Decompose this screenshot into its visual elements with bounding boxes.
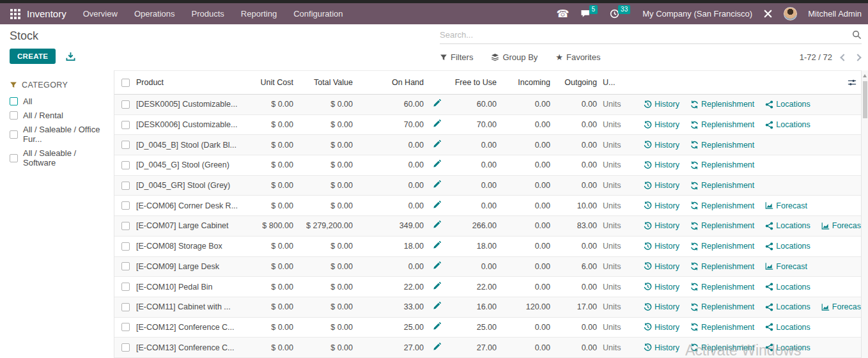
row-action-locations[interactable]: Locations [765, 283, 810, 292]
top-menu-item[interactable]: Reporting [241, 9, 277, 19]
product-name[interactable]: [DESK0005] Customizable... [136, 100, 241, 109]
pager-next-icon[interactable] [854, 54, 861, 61]
edit-quantity-icon[interactable] [433, 322, 441, 331]
product-name[interactable]: [E-COM06] Corner Desk R... [136, 201, 241, 210]
row-action-history[interactable]: History [644, 323, 679, 332]
row-action-locations[interactable]: Locations [765, 120, 810, 129]
messages-icon[interactable]: 5 [580, 9, 600, 19]
table-row[interactable]: [D_0045_G] Stool (Green) $ 0.00 $ 0.00 0… [114, 155, 861, 176]
filters-button[interactable]: Filters [440, 52, 473, 62]
product-name[interactable]: [E-COM11] Cabinet with ... [136, 302, 241, 311]
row-action-history[interactable]: History [644, 201, 679, 210]
row-action-history[interactable]: History [644, 141, 679, 150]
create-button[interactable]: CREATE [10, 49, 56, 64]
pager-previous-icon[interactable] [840, 54, 847, 61]
product-name[interactable]: [E-COM09] Large Desk [136, 262, 241, 271]
row-checkbox[interactable] [121, 262, 130, 270]
category-checkbox[interactable] [10, 154, 18, 162]
column-header-on-hand[interactable]: On Hand [353, 78, 424, 87]
row-action-forecast[interactable]: Forecast [821, 302, 861, 311]
top-menu-item[interactable]: Configuration [293, 9, 343, 19]
optional-columns-icon[interactable] [848, 78, 856, 89]
activities-icon[interactable]: 33 [610, 9, 632, 19]
row-checkbox[interactable] [121, 222, 130, 230]
table-row[interactable]: [D_0045_GR] Stool (Grey) $ 0.00 $ 0.00 0… [114, 176, 861, 196]
column-header-product[interactable]: Product [136, 78, 241, 87]
table-row[interactable]: [E-COM09] Large Desk $ 0.00 $ 0.00 0.00 … [114, 257, 861, 277]
table-row[interactable]: [D_0045_B] Stool (Dark Bl... $ 0.00 $ 0.… [114, 135, 861, 155]
column-header-unit-cost[interactable]: Unit Cost [241, 78, 293, 87]
row-action-forecast[interactable]: Forecast [765, 262, 807, 271]
category-filter-item[interactable]: All [10, 97, 110, 106]
row-action-history[interactable]: History [644, 302, 679, 311]
export-download-icon[interactable] [66, 52, 75, 61]
row-checkbox[interactable] [121, 242, 130, 251]
edit-quantity-icon[interactable] [433, 180, 441, 189]
row-action-locations[interactable]: Locations [765, 302, 810, 311]
top-menu-item[interactable]: Operations [134, 9, 175, 19]
row-action-replenishment[interactable]: Replenishment [690, 100, 754, 109]
row-action-locations[interactable]: Locations [765, 100, 810, 109]
category-filter-item[interactable]: All / Saleable / Software [10, 148, 110, 167]
row-action-history[interactable]: History [644, 242, 679, 251]
product-name[interactable]: [E-COM07] Large Cabinet [136, 221, 241, 230]
row-action-locations[interactable]: Locations [765, 221, 810, 230]
row-action-replenishment[interactable]: Replenishment [690, 283, 754, 292]
table-row[interactable]: [E-COM11] Cabinet with ... $ 0.00 $ 0.00… [114, 297, 861, 318]
row-action-replenishment[interactable]: Replenishment [690, 221, 754, 230]
table-row[interactable]: [DESK0005] Customizable... $ 0.00 $ 0.00… [114, 95, 861, 115]
column-header-outgoing[interactable]: Outgoing [550, 78, 597, 87]
row-action-history[interactable]: History [644, 181, 679, 190]
row-action-locations[interactable]: Locations [765, 242, 810, 251]
column-header-total-value[interactable]: Total Value [293, 78, 353, 87]
category-checkbox[interactable] [10, 97, 18, 105]
search-icon[interactable] [852, 30, 862, 40]
row-action-replenishment[interactable]: Replenishment [690, 141, 754, 150]
row-action-history[interactable]: History [644, 221, 679, 230]
row-action-history[interactable]: History [644, 120, 679, 129]
row-action-replenishment[interactable]: Replenishment [690, 302, 754, 311]
row-action-replenishment[interactable]: Replenishment [690, 160, 754, 169]
edit-quantity-icon[interactable] [433, 282, 441, 290]
product-name[interactable]: [E-COM10] Pedal Bin [136, 283, 241, 292]
edit-quantity-icon[interactable] [433, 221, 441, 229]
table-row[interactable]: [E-COM08] Storage Box $ 0.00 $ 0.00 18.0… [114, 237, 861, 257]
voip-phone-icon[interactable]: ☎ [557, 9, 570, 19]
product-name[interactable]: [D_0045_GR] Stool (Grey) [136, 181, 241, 190]
row-action-replenishment[interactable]: Replenishment [690, 242, 754, 251]
category-checkbox[interactable] [10, 111, 18, 120]
apps-grid-icon[interactable] [10, 9, 20, 19]
row-checkbox[interactable] [121, 323, 130, 331]
category-filter-item[interactable]: All / Rental [10, 111, 110, 120]
search-input[interactable] [440, 30, 852, 40]
edit-quantity-icon[interactable] [433, 160, 441, 168]
user-avatar[interactable] [784, 7, 797, 20]
column-header-uom[interactable]: U... [597, 78, 634, 87]
row-action-history[interactable]: History [644, 262, 679, 271]
category-checkbox[interactable] [10, 130, 18, 139]
row-checkbox[interactable] [121, 121, 130, 129]
product-name[interactable]: [D_0045_B] Stool (Dark Bl... [136, 141, 241, 150]
app-name-menu[interactable]: Inventory [27, 8, 66, 19]
select-all-checkbox[interactable] [121, 79, 130, 87]
row-action-replenishment[interactable]: Replenishment [690, 262, 754, 271]
column-header-free-to-use[interactable]: Free to Use [449, 78, 497, 87]
pager-range[interactable]: 1-72 / 72 [800, 52, 832, 62]
row-action-replenishment[interactable]: Replenishment [690, 201, 754, 210]
scrollbar-thumb[interactable] [863, 81, 867, 118]
row-action-history[interactable]: History [644, 100, 679, 109]
row-action-locations[interactable]: Locations [765, 343, 810, 352]
scroll-up-icon[interactable] [863, 74, 867, 77]
user-menu[interactable]: Mitchell Admin [808, 9, 862, 19]
edit-quantity-icon[interactable] [433, 120, 441, 128]
edit-quantity-icon[interactable] [433, 302, 441, 310]
edit-quantity-icon[interactable] [433, 343, 441, 351]
row-action-history[interactable]: History [644, 160, 679, 169]
row-checkbox[interactable] [121, 100, 130, 109]
row-action-locations[interactable]: Locations [765, 323, 810, 332]
row-action-history[interactable]: History [644, 343, 679, 352]
row-action-replenishment[interactable]: Replenishment [690, 120, 754, 129]
row-action-forecast[interactable]: Forecast [765, 201, 807, 210]
row-checkbox[interactable] [121, 343, 130, 352]
table-row[interactable]: [E-COM13] Conference C... $ 0.00 $ 0.00 … [114, 338, 861, 358]
